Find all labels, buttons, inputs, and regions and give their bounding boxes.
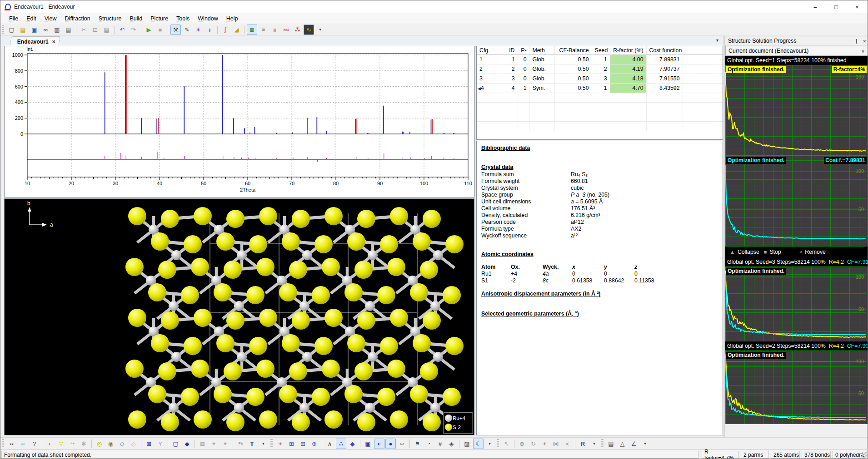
pin-icon[interactable] (854, 39, 859, 44)
column-header[interactable]: ID (501, 46, 518, 55)
lighting-moon-icon[interactable]: ☾ (473, 439, 484, 449)
minimize-button[interactable]: – (805, 0, 826, 13)
sphere-hatched-icon[interactable]: ◐ (374, 439, 384, 449)
add-atom-icon[interactable]: +● (67, 439, 78, 449)
measure-distance-icon[interactable]: ▤ (606, 439, 616, 449)
cell-edges-icon[interactable]: ▣ (363, 439, 373, 449)
polyhedra-view-icon[interactable]: ◆ (347, 439, 358, 449)
unit-cell-box-icon[interactable]: ▢ (170, 439, 181, 449)
view-powder-pattern-icon[interactable]: ||| (269, 25, 280, 35)
focus-diamond-icon[interactable]: ◈ (446, 439, 457, 449)
connectivity-tree-icon[interactable]: Y (155, 439, 165, 449)
table-row[interactable]: 220Glob.0.5024.197.90737 (477, 64, 723, 74)
wireframe-icon[interactable]: ∧∧ (397, 439, 407, 449)
column-header[interactable] (683, 46, 723, 55)
paste-icon[interactable]: ▤ (101, 25, 112, 35)
fill-tool-icon[interactable]: ◗ (45, 439, 55, 449)
angle-mode-icon[interactable]: < (562, 439, 573, 449)
menu-item-file[interactable]: File (5, 14, 22, 23)
structure-3d-view[interactable]: ba Ru+4 S-2 (4, 198, 474, 435)
cut-icon[interactable]: ✂ (79, 25, 89, 35)
menu-item-structure[interactable]: Structure (95, 14, 126, 23)
text-tool-icon[interactable]: T (247, 439, 257, 449)
star-tool-b-icon[interactable]: ✦ (220, 439, 230, 449)
view-hkl-icon[interactable]: hkl (281, 25, 291, 35)
toolbar-grip[interactable] (2, 25, 4, 35)
column-header[interactable]: Cost function (646, 46, 683, 55)
select-mode-icon[interactable]: ↖ (501, 439, 512, 449)
run-optimization-icon[interactable]: ▶ (144, 25, 154, 35)
column-header[interactable]: P- (518, 46, 529, 55)
stop-optimization-icon[interactable]: ■ (155, 25, 165, 35)
create-atoms-gray-icon[interactable]: ●● (18, 439, 28, 449)
element-label-icon[interactable]: Fe (235, 439, 246, 449)
toolbar-options-dropdown-icon[interactable]: ▾ (315, 25, 325, 35)
column-header[interactable]: CF-Balance (554, 46, 592, 55)
copy-icon[interactable]: ⊡ (90, 25, 100, 35)
edit-job-icon[interactable]: ✎ (182, 25, 192, 35)
document-selector[interactable]: Current document (Endeavour1) ∨ (725, 46, 868, 56)
star-tool-a-icon[interactable]: ✦ (209, 439, 219, 449)
undo-icon[interactable]: ↶ (117, 25, 127, 35)
new-file-icon[interactable]: ▢ (6, 25, 17, 35)
menu-item-view[interactable]: View (40, 14, 61, 23)
toolbar-grip[interactable] (601, 439, 604, 448)
menu-item-diffraction[interactable]: Diffraction (61, 14, 95, 23)
column-header[interactable]: Seed (592, 46, 610, 55)
lighting-dropdown-icon[interactable]: ▾ (484, 439, 495, 449)
r-dropdown-icon[interactable]: ▾ (589, 439, 599, 449)
table-row[interactable]: 330Glob.0.5034.187.91550 (477, 74, 723, 84)
ring-dotted-icon[interactable]: ◉ (105, 439, 116, 449)
asymmetric-unit-icon[interactable]: ◆ (182, 439, 192, 449)
table-row[interactable]: ◀441Sym.0.5014.708.43592 (477, 84, 723, 93)
menu-item-picture[interactable]: Picture (146, 14, 172, 23)
move-mode-icon[interactable]: ⊕ (517, 439, 527, 449)
vertical-splitter[interactable] (474, 46, 476, 435)
menu-item-edit[interactable]: Edit (22, 14, 40, 23)
find-icon[interactable]: ∞ (40, 25, 51, 35)
sphere-solid-icon[interactable]: ● (385, 439, 396, 449)
profile-chart-icon[interactable]: ◢ (231, 25, 242, 35)
table-row[interactable]: 110Glob.0.5014.007.89831 (477, 55, 723, 64)
open-file-icon[interactable]: ▤ (18, 25, 28, 35)
text-dropdown-icon[interactable]: ▾ (258, 439, 269, 449)
lattice-fence-icon[interactable]: # (435, 439, 445, 449)
print-preview-icon[interactable]: ▥ (52, 25, 62, 35)
r-tool-icon[interactable]: R (578, 439, 588, 449)
view-progress-icon[interactable]: ∿ (304, 25, 314, 35)
print-icon[interactable]: ▤ (63, 25, 74, 35)
create-atoms-icon[interactable]: ●● (6, 439, 17, 449)
view-direction-flag-icon[interactable]: ⚑ (412, 439, 423, 449)
lattice-plane-icon[interactable]: ⊠ (144, 439, 154, 449)
maximize-button[interactable]: □ (826, 0, 847, 13)
view-structure-icon[interactable]: ⁂ (292, 25, 303, 35)
collapse-button[interactable]: ▲Collapse (730, 249, 759, 255)
menu-item-tools[interactable]: Tools (172, 14, 194, 23)
column-header[interactable]: Meth (529, 46, 554, 55)
close-button[interactable]: × (847, 0, 868, 13)
hexagon-blue-icon[interactable]: ◇ (117, 439, 127, 449)
translate-tool-icon[interactable]: + (275, 439, 285, 449)
rotate-mode-icon[interactable]: ↻ (528, 439, 539, 449)
save-file-icon[interactable]: ▣ (29, 25, 40, 35)
ring-filled-icon[interactable]: ◎ (94, 439, 105, 449)
pan-mode-icon[interactable]: + (539, 439, 550, 449)
redo-icon[interactable]: ↷ (128, 25, 139, 35)
menu-item-help[interactable]: Help (222, 14, 242, 23)
stop-button[interactable]: ■Stop (764, 249, 781, 255)
zoom-mode-icon[interactable]: ⋈ (551, 439, 561, 449)
remove-button[interactable]: ×Remove (799, 249, 826, 255)
tab-endeavour1[interactable]: Endeavour1 × (10, 36, 60, 46)
expand-cell-a-icon[interactable]: ⊞ (286, 439, 297, 449)
coordination-atoms-icon[interactable]: ∵ (56, 439, 66, 449)
wizard-icon[interactable]: ✶ (193, 25, 204, 35)
column-header[interactable]: Cfg. (477, 46, 501, 55)
tab-list-chevron[interactable]: ▾ (716, 38, 718, 43)
quick-launch-icon[interactable]: ∫ (220, 25, 230, 35)
toolbar-grip[interactable] (2, 439, 4, 448)
menu-item-build[interactable]: Build (125, 14, 146, 23)
hexagon-yellow-icon[interactable]: ◇ (128, 439, 139, 449)
expand-cell-b-icon[interactable]: ⊞ (298, 439, 308, 449)
tab-close-icon[interactable]: × (52, 39, 55, 45)
ball-and-stick-icon[interactable]: ∴ (336, 439, 346, 449)
